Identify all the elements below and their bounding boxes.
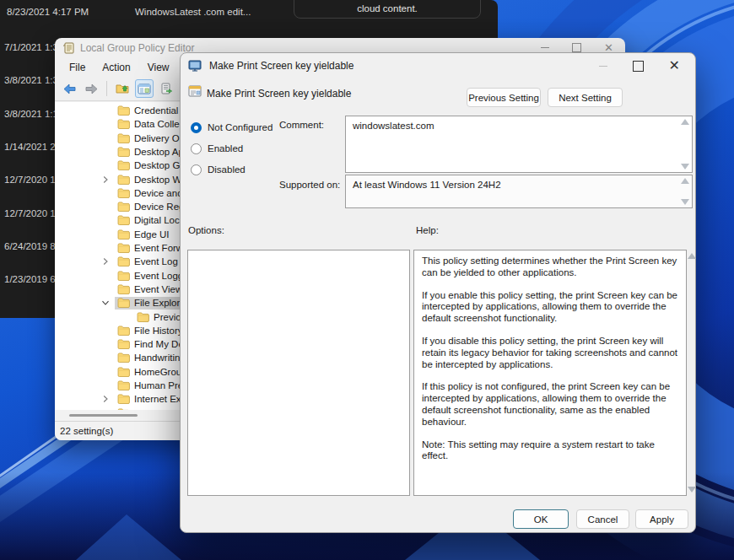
radio-label: Enabled	[208, 143, 243, 153]
folder-icon	[117, 175, 130, 185]
help-panel: This policy setting determines whether t…	[413, 250, 687, 496]
radio-label: Not Configured	[208, 122, 273, 132]
tree-item-label: File History	[134, 326, 183, 336]
tree-item-label: Internet Exp	[134, 394, 186, 404]
tree-item-label: Handwritin	[134, 353, 180, 363]
folder-icon	[117, 284, 130, 294]
menu-file[interactable]: File	[62, 60, 93, 75]
file-row-name[interactable]: WindowsLatest .com edit...	[135, 7, 251, 17]
help-scrollbar[interactable]	[688, 250, 697, 496]
folder-icon	[117, 339, 130, 349]
policy-dialog: Make Print Screen key yieldable ✕ Make P…	[180, 52, 696, 533]
folder-icon	[117, 243, 130, 253]
tree-item-label: Find My De	[134, 339, 184, 349]
file-row-date: 3/8/2021 1:3	[4, 75, 58, 85]
help-paragraph: If this policy is not configured, the pr…	[422, 381, 678, 428]
tree-item-label: File Explore	[134, 298, 186, 308]
console-tree-icon[interactable]	[135, 79, 154, 98]
next-setting-button[interactable]: Next Setting	[548, 88, 623, 107]
radio-selected-icon[interactable]	[191, 122, 202, 133]
gpe-window-title: Local Group Policy Editor	[80, 42, 194, 54]
folder-icon	[117, 380, 130, 390]
folder-icon	[117, 326, 130, 336]
scroll-up-icon[interactable]	[681, 178, 689, 184]
chevron-right-icon[interactable]	[101, 257, 111, 266]
tree-item-label: Event Loggi	[134, 271, 186, 281]
folder-icon	[117, 105, 130, 116]
cancel-button[interactable]: Cancel	[576, 509, 629, 529]
supported-on-textbox: At least Windows 11 Version 24H2	[345, 175, 693, 208]
file-row-date: 6/24/2019 8	[4, 241, 56, 251]
tree-item-label: Desktop Ga	[134, 160, 186, 170]
dialog-close-button[interactable]: ✕	[669, 59, 680, 73]
supported-on-value: At least Windows 11 Version 24H2	[353, 180, 501, 190]
folder-icon	[117, 367, 130, 377]
folder-icon	[117, 133, 130, 143]
radio-unselected-icon[interactable]	[191, 143, 202, 154]
scroll-down-icon[interactable]	[681, 199, 689, 205]
dialog-maximize-button[interactable]	[633, 61, 644, 72]
folder-icon	[117, 353, 130, 363]
help-paragraph: Note: This setting may require a system …	[422, 439, 678, 463]
previous-setting-button[interactable]: Previous Setting	[467, 88, 541, 107]
radio-not-configured[interactable]: Not Configured	[191, 121, 273, 134]
help-paragraph: If you disable this policy setting, the …	[422, 336, 678, 370]
scroll-down-icon[interactable]	[681, 164, 689, 170]
tree-item-label: Device and	[134, 188, 183, 198]
folder-icon	[117, 202, 130, 212]
policy-name: Make Print Screen key yieldable	[207, 88, 351, 100]
ok-button[interactable]: OK	[513, 509, 569, 529]
radio-unselected-icon[interactable]	[191, 164, 202, 175]
options-label: Options:	[188, 225, 224, 235]
toolbar-separator	[106, 81, 107, 96]
chevron-down-icon[interactable]	[101, 299, 111, 307]
file-row-date: 12/7/2020 1:	[4, 208, 58, 218]
dialog-app-icon	[188, 60, 202, 72]
comment-value: windowslatest.com	[353, 121, 434, 131]
cloud-content-text: cloud content.	[357, 3, 418, 13]
gpe-minimize-button[interactable]	[541, 47, 549, 48]
radio-disabled[interactable]: Disabled	[191, 163, 273, 176]
tree-item-label: Delivery Op	[134, 133, 185, 143]
back-icon[interactable]	[60, 79, 78, 98]
folder-icon	[117, 119, 130, 129]
scroll-up-icon[interactable]	[688, 253, 696, 259]
scroll-up-icon[interactable]	[681, 119, 689, 125]
help-paragraph: If you enable this policy setting, the p…	[422, 290, 678, 325]
apply-button[interactable]: Apply	[635, 509, 688, 529]
gpe-app-icon	[63, 42, 75, 54]
chevron-right-icon[interactable]	[101, 175, 111, 184]
folder-icon	[117, 160, 130, 170]
dialog-minimize-button[interactable]	[599, 66, 607, 67]
policy-setting-icon	[188, 85, 202, 97]
chevron-right-icon[interactable]	[101, 395, 111, 403]
state-radio-group: Not ConfiguredEnabledDisabled	[191, 121, 273, 176]
file-row-date: 7/1/2021 1:3	[4, 42, 58, 52]
supported-on-label: Supported on:	[279, 180, 340, 190]
tree-item-label: HomeGrou	[134, 367, 181, 377]
forward-icon[interactable]	[82, 79, 100, 98]
folder-icon	[137, 312, 149, 322]
menu-action[interactable]: Action	[94, 60, 138, 75]
tree-item-label: Desktop Wi	[134, 175, 184, 185]
file-row-date: 1/14/2021 2:	[4, 142, 58, 152]
tree-item-label: Data Collec	[134, 119, 184, 129]
folder-icon	[117, 188, 130, 198]
folder-icon	[117, 394, 130, 404]
tree-hscrollbar-thumb[interactable]	[69, 414, 138, 417]
folder-icon	[117, 229, 130, 240]
help-label: Help:	[416, 225, 439, 235]
menu-view[interactable]: View	[140, 60, 177, 75]
export-list-icon[interactable]	[157, 79, 175, 98]
up-one-level-icon[interactable]	[113, 79, 132, 98]
dialog-titlebar[interactable]: Make Print Screen key yieldable ✕	[181, 53, 695, 78]
comment-textbox[interactable]: windowslatest.com	[345, 116, 693, 173]
scroll-down-icon[interactable]	[688, 487, 696, 493]
comment-label: Comment:	[279, 120, 324, 130]
dialog-title: Make Print Screen key yieldable	[209, 60, 354, 72]
gpe-maximize-button[interactable]	[572, 43, 581, 52]
radio-label: Disabled	[208, 164, 246, 175]
file-row-date: 8/23/2021 4:17 PM	[7, 7, 89, 17]
tree-item-label: Device Regi	[134, 202, 186, 212]
radio-enabled[interactable]: Enabled	[191, 142, 273, 155]
